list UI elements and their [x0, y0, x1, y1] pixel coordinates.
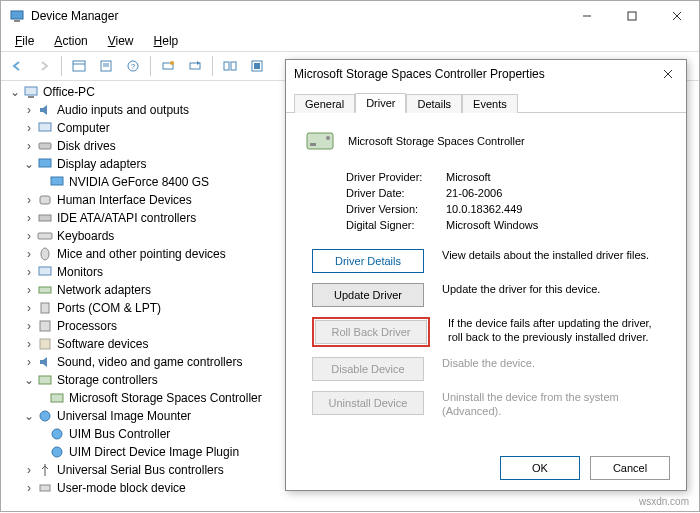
- kv-version: Driver Version:10.0.18362.449: [346, 203, 668, 215]
- close-button[interactable]: [654, 1, 699, 31]
- tab-driver[interactable]: Driver: [355, 93, 406, 113]
- tree-item[interactable]: ⌄Universal Image Mounter: [7, 407, 277, 425]
- menu-view[interactable]: View: [98, 32, 144, 50]
- kv-signer: Digital Signer:Microsoft Windows: [346, 219, 668, 231]
- back-button[interactable]: [5, 54, 29, 78]
- chevron-right-icon[interactable]: ›: [23, 338, 35, 350]
- tree-item[interactable]: ›Ports (COM & LPT): [7, 299, 277, 317]
- tree-label: Sound, video and game controllers: [57, 355, 242, 369]
- tree-item[interactable]: ›Human Interface Devices: [7, 191, 277, 209]
- tree-item[interactable]: ›Mice and other pointing devices: [7, 245, 277, 263]
- chevron-right-icon[interactable]: ›: [23, 356, 35, 368]
- cancel-button[interactable]: Cancel: [590, 456, 670, 480]
- properties-button[interactable]: [94, 54, 118, 78]
- tree-item[interactable]: ⌄Display adapters: [7, 155, 277, 173]
- view-devices-button[interactable]: [218, 54, 242, 78]
- highlight-box: Roll Back Driver: [312, 317, 430, 347]
- tree-item[interactable]: UIM Direct Device Image Plugin: [7, 443, 277, 461]
- ide-icon: [37, 210, 53, 226]
- svg-rect-24: [39, 159, 51, 167]
- tree-item[interactable]: ›Universal Serial Bus controllers: [7, 461, 277, 479]
- hid-icon: [37, 192, 53, 208]
- menubar: File Action View Help: [1, 31, 699, 52]
- dialog-close-button[interactable]: [658, 64, 678, 84]
- tree-item[interactable]: ›Sound, video and game controllers: [7, 353, 277, 371]
- uninstall-device-button[interactable]: Uninstall Device: [312, 391, 424, 415]
- disable-device-button[interactable]: Disable Device: [312, 357, 424, 381]
- tree-item[interactable]: NVIDIA GeForce 8400 GS: [7, 173, 277, 191]
- view-resources-button[interactable]: [245, 54, 269, 78]
- tree-item[interactable]: Microsoft Storage Spaces Controller: [7, 389, 277, 407]
- scan-hardware-button[interactable]: [156, 54, 180, 78]
- tree-label: Microsoft Storage Spaces Controller: [69, 391, 262, 405]
- show-hide-console-button[interactable]: [67, 54, 91, 78]
- tree-label: Processors: [57, 319, 117, 333]
- tree-item[interactable]: ›Processors: [7, 317, 277, 335]
- tree-item[interactable]: ›Software devices: [7, 335, 277, 353]
- chevron-right-icon[interactable]: ›: [23, 302, 35, 314]
- tree-item[interactable]: ›Audio inputs and outputs: [7, 101, 277, 119]
- image-plugin-icon: [49, 444, 65, 460]
- properties-dialog: Microsoft Storage Spaces Controller Prop…: [285, 59, 687, 491]
- chevron-down-icon[interactable]: ⌄: [23, 158, 35, 170]
- chevron-down-icon[interactable]: ⌄: [23, 374, 35, 386]
- svg-rect-36: [51, 394, 63, 402]
- tree-item[interactable]: ›Computer: [7, 119, 277, 137]
- svg-rect-19: [254, 63, 260, 69]
- tab-details[interactable]: Details: [406, 94, 462, 113]
- tree-item[interactable]: ›Keyboards: [7, 227, 277, 245]
- ok-button[interactable]: OK: [500, 456, 580, 480]
- svg-rect-28: [38, 233, 52, 239]
- maximize-button[interactable]: [609, 1, 654, 31]
- chevron-right-icon[interactable]: ›: [23, 482, 35, 494]
- tree-item[interactable]: ›Disk drives: [7, 137, 277, 155]
- tree-item[interactable]: ›Network adapters: [7, 281, 277, 299]
- display-icon: [37, 156, 53, 172]
- tab-events[interactable]: Events: [462, 94, 518, 113]
- svg-rect-25: [51, 177, 63, 185]
- mouse-icon: [37, 246, 53, 262]
- tab-general[interactable]: General: [294, 94, 355, 113]
- help-button[interactable]: ?: [121, 54, 145, 78]
- chevron-right-icon[interactable]: ›: [23, 320, 35, 332]
- svg-rect-20: [25, 87, 37, 95]
- menu-action[interactable]: Action: [44, 32, 97, 50]
- storage-controller-icon: [304, 125, 336, 157]
- chevron-right-icon[interactable]: ›: [23, 140, 35, 152]
- tree-root[interactable]: ⌄ Office-PC: [7, 83, 277, 101]
- update-driver-button[interactable]: Update Driver: [312, 283, 424, 307]
- tree-item[interactable]: ›User-mode block device: [7, 479, 277, 497]
- chevron-right-icon[interactable]: ›: [23, 122, 35, 134]
- tree-item[interactable]: ›Monitors: [7, 263, 277, 281]
- svg-point-39: [52, 447, 62, 457]
- menu-file[interactable]: File: [5, 32, 44, 50]
- keyboard-icon: [37, 228, 53, 244]
- dialog-footer: OK Cancel: [500, 456, 670, 480]
- tree-item[interactable]: ›IDE ATA/ATAPI controllers: [7, 209, 277, 227]
- roll-back-driver-button[interactable]: Roll Back Driver: [315, 320, 427, 344]
- chevron-right-icon[interactable]: ›: [23, 266, 35, 278]
- tree-label: Storage controllers: [57, 373, 158, 387]
- bus-controller-icon: [49, 426, 65, 442]
- tree-label: Office-PC: [43, 85, 95, 99]
- chevron-right-icon[interactable]: ›: [23, 212, 35, 224]
- svg-rect-44: [310, 143, 316, 146]
- forward-button[interactable]: [32, 54, 56, 78]
- tree-item[interactable]: ⌄Storage controllers: [7, 371, 277, 389]
- chevron-down-icon[interactable]: ⌄: [23, 410, 35, 422]
- minimize-button[interactable]: [564, 1, 609, 31]
- chevron-right-icon[interactable]: ›: [23, 104, 35, 116]
- device-tree[interactable]: ⌄ Office-PC ›Audio inputs and outputs ›C…: [7, 83, 277, 503]
- tree-label: Ports (COM & LPT): [57, 301, 161, 315]
- chevron-right-icon[interactable]: ›: [23, 464, 35, 476]
- scan-changes-button[interactable]: [183, 54, 207, 78]
- chevron-down-icon[interactable]: ⌄: [9, 86, 21, 98]
- menu-help[interactable]: Help: [144, 32, 189, 50]
- svg-rect-22: [39, 123, 51, 131]
- tree-item[interactable]: UIM Bus Controller: [7, 425, 277, 443]
- chevron-right-icon[interactable]: ›: [23, 230, 35, 242]
- chevron-right-icon[interactable]: ›: [23, 194, 35, 206]
- chevron-right-icon[interactable]: ›: [23, 284, 35, 296]
- chevron-right-icon[interactable]: ›: [23, 248, 35, 260]
- driver-details-button[interactable]: Driver Details: [312, 249, 424, 273]
